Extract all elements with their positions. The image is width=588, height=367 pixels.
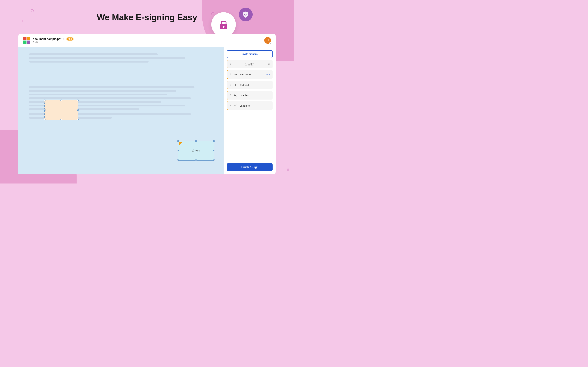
svg-rect-9	[234, 96, 235, 96]
date-field-label: Date field	[240, 94, 270, 97]
content-area: Gwen Invite signers ⠿ Gwen	[18, 47, 276, 174]
text-line	[29, 61, 148, 63]
sig-area-1-container	[29, 86, 213, 119]
text-line	[29, 97, 191, 99]
tool-item-checkbox[interactable]: ⠿ Checkbox	[227, 101, 273, 110]
tool-item-signature[interactable]: ⠿ Gwen 🗑	[227, 60, 273, 68]
date-field-icon	[233, 93, 238, 98]
sidebar-spacer	[227, 112, 273, 161]
sig-box-2-content: Gwen	[178, 141, 214, 160]
svg-rect-2	[223, 27, 224, 28]
text-line	[29, 53, 158, 55]
resize-handle-tl[interactable]	[44, 100, 45, 101]
delete-signature-icon[interactable]: 🗑	[268, 63, 270, 66]
edit-icon[interactable]: ✏	[63, 38, 65, 41]
logo-q3	[23, 41, 26, 44]
text-field-label: Text field	[240, 84, 270, 86]
ab-initials-icon: AB	[234, 73, 237, 76]
text-T-icon: T	[234, 83, 236, 87]
deco-plus-1: +	[21, 18, 24, 23]
initials-label: Your Initials	[240, 73, 264, 76]
file-name: document-sample.pdf	[33, 37, 61, 41]
svg-rect-10	[235, 96, 236, 96]
resize-handle-2-br[interactable]	[213, 159, 215, 161]
main-container: document-sample.pdf ✏ PRO 5 MB U ▾	[18, 34, 276, 174]
svg-rect-8	[235, 95, 236, 96]
resize-handle-2-bl[interactable]	[177, 159, 179, 161]
resize-handle-2-tr[interactable]	[213, 140, 215, 142]
add-initials-button[interactable]: Add	[266, 73, 270, 76]
file-name-row: document-sample.pdf ✏ PRO	[33, 37, 264, 41]
resize-handle-ml[interactable]	[44, 109, 45, 111]
sidebar: Invite signers ⠿ Gwen 🗑 ⠿ AB Your Initia…	[224, 47, 276, 174]
document-content	[23, 52, 219, 63]
user-initial: U	[267, 39, 269, 42]
document-area: Gwen	[18, 47, 224, 174]
drag-handle-date: ⠿	[230, 94, 231, 97]
resize-handle-tc[interactable]	[61, 100, 62, 101]
resize-handle-bl[interactable]	[44, 119, 45, 120]
logo-q2	[27, 37, 30, 40]
calendar-icon	[234, 94, 237, 97]
file-info: document-sample.pdf ✏ PRO 5 MB	[33, 37, 264, 43]
checkbox-label: Checkbox	[240, 104, 270, 107]
top-bar: document-sample.pdf ✏ PRO 5 MB U ▾	[18, 34, 276, 47]
resize-handle-2-bc[interactable]	[195, 159, 197, 161]
resize-handle-2-ml[interactable]	[177, 150, 179, 151]
resize-handle-tr[interactable]	[77, 100, 78, 101]
text-field-icon: T	[233, 83, 238, 87]
text-line	[29, 90, 176, 92]
file-size: 5 MB	[33, 41, 264, 43]
lock-icon	[217, 18, 230, 31]
resize-handle-2-mr[interactable]	[213, 150, 215, 151]
deco-circle-1	[31, 9, 34, 12]
drag-handle-initials: ⠿	[230, 73, 231, 76]
signature-display: Gwen	[233, 62, 266, 67]
resize-handle-2-tc[interactable]	[195, 140, 197, 142]
avatar-dropdown-icon[interactable]: ▾	[269, 42, 271, 44]
lock-circle	[211, 12, 236, 37]
app-logo	[23, 37, 30, 44]
text-line	[29, 86, 194, 88]
invite-signers-button[interactable]: Invite signers	[227, 50, 273, 58]
signature-cursive-display: Gwen	[244, 62, 254, 67]
text-line	[29, 57, 185, 59]
svg-rect-7	[234, 95, 235, 96]
resize-handle-bc[interactable]	[61, 119, 62, 120]
signature-box-1[interactable]	[44, 100, 78, 120]
drag-handle-checkbox: ⠿	[230, 104, 231, 107]
signature-box-2[interactable]: Gwen	[178, 141, 214, 161]
signature-cursive-2: Gwen	[192, 149, 200, 153]
resize-handle-2-tl[interactable]	[177, 140, 179, 142]
drag-handle-signature: ⠿	[230, 63, 231, 65]
deco-circle-3	[287, 168, 289, 171]
shield-icon	[242, 11, 250, 18]
page-title: We Make E-signing Easy	[97, 12, 197, 22]
lock-decoration	[211, 12, 236, 37]
resize-handle-mr[interactable]	[77, 109, 78, 111]
text-line	[29, 94, 167, 95]
tool-item-text[interactable]: ⠿ T Text field	[227, 81, 273, 89]
checkbox-icon	[234, 104, 237, 107]
user-avatar[interactable]: U ▾	[264, 37, 271, 44]
checkbox-field-icon	[233, 103, 238, 108]
tool-item-initials[interactable]: ⠿ AB Your Initials Add	[227, 70, 273, 79]
logo-q4	[27, 41, 30, 44]
drag-handle-text: ⠿	[230, 84, 231, 86]
initials-icon: AB	[233, 72, 238, 77]
shield-decoration	[239, 8, 253, 21]
tool-item-date[interactable]: ⠿ Date field	[227, 91, 273, 100]
pro-badge: PRO	[67, 37, 73, 41]
finish-sign-button[interactable]: Finish & Sign	[227, 163, 273, 171]
logo-q1	[23, 37, 26, 40]
resize-handle-br[interactable]	[77, 119, 78, 120]
